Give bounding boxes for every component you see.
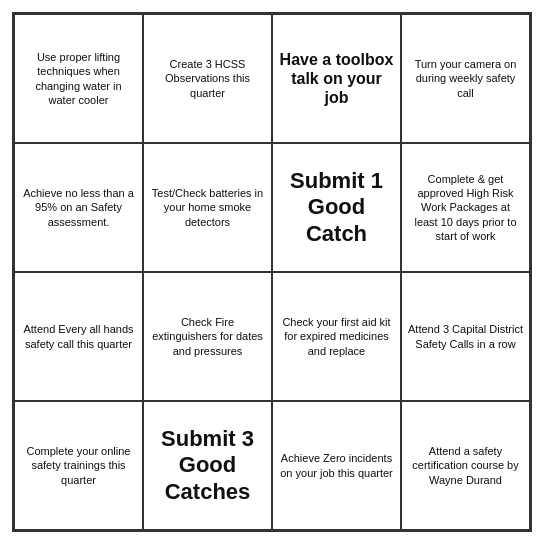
bingo-cell-text-r0c1: Create 3 HCSS Observations this quarter [150,57,265,100]
bingo-cell-r1c1[interactable]: Test/Check batteries in your home smoke … [143,143,272,272]
bingo-cell-r2c3[interactable]: Attend 3 Capital District Safety Calls i… [401,272,530,401]
bingo-cell-text-r3c1: Submit 3 Good Catches [150,426,265,505]
bingo-cell-r0c3[interactable]: Turn your camera on during weekly safety… [401,14,530,143]
bingo-cell-text-r2c2: Check your first aid kit for expired med… [279,315,394,358]
bingo-cell-r1c0[interactable]: Achieve no less than a 95% on an Safety … [14,143,143,272]
bingo-cell-r2c2[interactable]: Check your first aid kit for expired med… [272,272,401,401]
bingo-cell-r1c3[interactable]: Complete & get approved High Risk Work P… [401,143,530,272]
bingo-cell-r2c0[interactable]: Attend Every all hands safety call this … [14,272,143,401]
bingo-cell-r3c0[interactable]: Complete your online safety trainings th… [14,401,143,530]
bingo-cell-r0c2[interactable]: Have a toolbox talk on your job [272,14,401,143]
bingo-cell-text-r0c3: Turn your camera on during weekly safety… [408,57,523,100]
bingo-board: Use proper lifting techniques when chang… [12,12,532,532]
bingo-cell-r3c3[interactable]: Attend a safety certification course by … [401,401,530,530]
bingo-cell-text-r3c0: Complete your online safety trainings th… [21,444,136,487]
bingo-cell-r0c1[interactable]: Create 3 HCSS Observations this quarter [143,14,272,143]
bingo-cell-text-r0c0: Use proper lifting techniques when chang… [21,50,136,107]
bingo-cell-text-r2c0: Attend Every all hands safety call this … [21,322,136,351]
bingo-cell-text-r1c1: Test/Check batteries in your home smoke … [150,186,265,229]
bingo-cell-r2c1[interactable]: Check Fire extinguishers for dates and p… [143,272,272,401]
bingo-cell-r3c2[interactable]: Achieve Zero incidents on your job this … [272,401,401,530]
bingo-cell-text-r1c2: Submit 1 Good Catch [279,168,394,247]
bingo-cell-text-r3c3: Attend a safety certification course by … [408,444,523,487]
bingo-cell-text-r3c2: Achieve Zero incidents on your job this … [279,451,394,480]
bingo-cell-text-r1c3: Complete & get approved High Risk Work P… [408,172,523,243]
bingo-cell-r0c0[interactable]: Use proper lifting techniques when chang… [14,14,143,143]
bingo-cell-text-r2c3: Attend 3 Capital District Safety Calls i… [408,322,523,351]
bingo-cell-text-r1c0: Achieve no less than a 95% on an Safety … [21,186,136,229]
bingo-cell-text-r2c1: Check Fire extinguishers for dates and p… [150,315,265,358]
bingo-cell-text-r0c2: Have a toolbox talk on your job [279,50,394,108]
bingo-cell-r3c1[interactable]: Submit 3 Good Catches [143,401,272,530]
bingo-cell-r1c2[interactable]: Submit 1 Good Catch [272,143,401,272]
